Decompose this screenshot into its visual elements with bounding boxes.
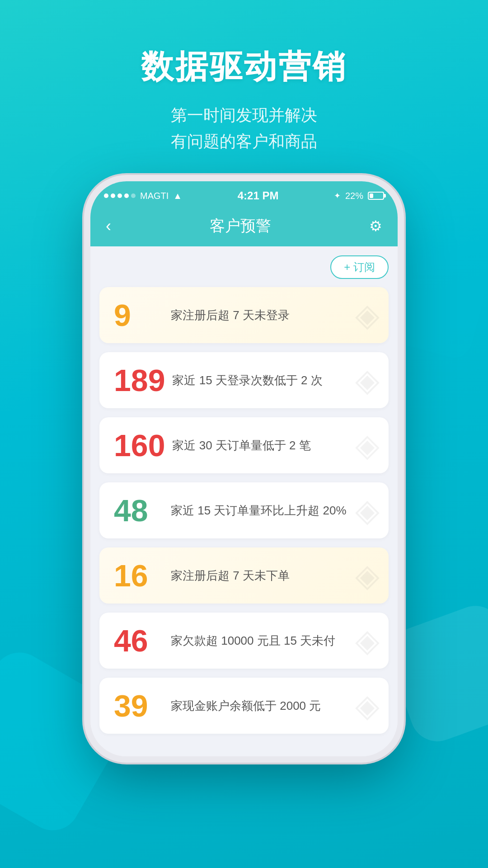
alert-number-0: 9 [114, 300, 164, 330]
signal-dots [104, 193, 136, 198]
signal-dot-1 [104, 193, 108, 198]
card-icon-4: ◈ [355, 557, 380, 594]
card-icon-0: ◈ [355, 297, 380, 334]
alert-number-4: 16 [114, 560, 164, 591]
alert-number-3: 48 [114, 495, 164, 526]
card-icon-5: ◈ [355, 622, 380, 659]
settings-button[interactable]: ⚙ [369, 217, 382, 235]
nav-title: 客户预警 [210, 216, 271, 236]
alert-card-5[interactable]: 46家欠款超 10000 元且 15 天未付◈ [99, 613, 389, 669]
alert-text-5: 家欠款超 10000 元且 15 天未付 [171, 632, 374, 650]
back-button[interactable]: ‹ [106, 217, 111, 236]
alert-card-1[interactable]: 189家近 15 天登录次数低于 2 次◈ [99, 352, 389, 408]
battery-percentage: 22% [345, 191, 363, 201]
page-subtitle: 第一时间发现并解决 有问题的客户和商品 [0, 102, 488, 154]
status-left: MAGTI ▲ [104, 191, 182, 201]
signal-dot-2 [111, 193, 115, 198]
alert-text-4: 家注册后超 7 天未下单 [171, 567, 374, 585]
battery-icon [368, 192, 384, 200]
nav-bar: ‹ 客户预警 ⚙ [90, 208, 398, 246]
status-time: 4:21 PM [238, 189, 279, 202]
alert-text-0: 家注册后超 7 天未登录 [171, 307, 374, 324]
alert-card-0[interactable]: 9家注册后超 7 天未登录◈ [99, 287, 389, 343]
wifi-icon: ▲ [173, 191, 182, 201]
phone-mockup: MAGTI ▲ 4:21 PM ✦ 22% ‹ 客户预警 ⚙ [90, 181, 398, 756]
signal-dot-3 [117, 193, 122, 198]
carrier-name: MAGTI [140, 191, 169, 201]
alert-number-2: 160 [114, 430, 165, 461]
alert-text-2: 家近 30 天订单量低于 2 笔 [172, 437, 374, 454]
alert-number-1: 189 [114, 365, 165, 396]
phone-wrapper: MAGTI ▲ 4:21 PM ✦ 22% ‹ 客户预警 ⚙ [0, 181, 488, 756]
subscribe-button[interactable]: + 订阅 [330, 255, 389, 279]
subscribe-row: + 订阅 [99, 255, 389, 279]
card-icon-2: ◈ [355, 427, 380, 464]
header-section: 数据驱动营销 第一时间发现并解决 有问题的客户和商品 [0, 0, 488, 181]
alert-text-6: 家现金账户余额低于 2000 元 [171, 697, 374, 715]
alert-card-6[interactable]: 39家现金账户余额低于 2000 元◈ [99, 678, 389, 734]
page-title: 数据驱动营销 [0, 45, 488, 89]
alert-text-3: 家近 15 天订单量环比上升超 20% [171, 502, 374, 519]
content-area: + 订阅 9家注册后超 7 天未登录◈189家近 15 天登录次数低于 2 次◈… [90, 246, 398, 756]
alert-text-1: 家近 15 天登录次数低于 2 次 [172, 372, 374, 389]
card-icon-1: ◈ [355, 362, 380, 399]
card-icon-3: ◈ [355, 492, 380, 529]
alert-number-5: 46 [114, 625, 164, 656]
card-icon-6: ◈ [355, 687, 380, 724]
status-bar: MAGTI ▲ 4:21 PM ✦ 22% [90, 181, 398, 208]
battery-fill [370, 193, 373, 198]
bluetooth-icon: ✦ [334, 191, 341, 201]
alert-card-2[interactable]: 160家近 30 天订单量低于 2 笔◈ [99, 417, 389, 473]
status-right: ✦ 22% [334, 191, 384, 201]
signal-dot-5 [131, 193, 136, 198]
alert-card-3[interactable]: 48家近 15 天订单量环比上升超 20%◈ [99, 482, 389, 538]
signal-dot-4 [124, 193, 129, 198]
alert-number-6: 39 [114, 690, 164, 721]
alerts-list: 9家注册后超 7 天未登录◈189家近 15 天登录次数低于 2 次◈160家近… [99, 287, 389, 734]
alert-card-4[interactable]: 16家注册后超 7 天未下单◈ [99, 547, 389, 604]
